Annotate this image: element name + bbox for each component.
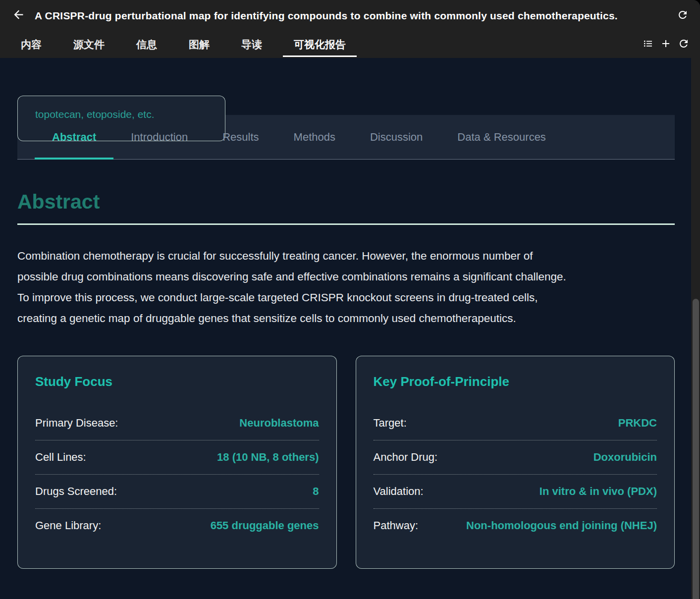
plus-icon xyxy=(660,38,672,52)
active-tab-underline xyxy=(283,55,357,57)
nav-tab-label: 图解 xyxy=(189,38,210,52)
summary-cards: Study Focus Primary Disease: Neuroblasto… xyxy=(17,356,675,569)
scrollbar-thumb[interactable] xyxy=(693,299,699,599)
nav-tab-guide[interactable]: 导读 xyxy=(230,31,273,58)
nav-reload-button[interactable] xyxy=(676,37,691,52)
page-title: Abstract xyxy=(17,189,675,215)
kv-row: Cell Lines: 18 (10 NB, 8 others) xyxy=(35,440,319,475)
kv-value: 655 druggable genes xyxy=(211,519,319,532)
reload-icon xyxy=(677,9,689,23)
kv-label: Gene Library: xyxy=(35,519,101,532)
key-proof-card: Key Proof-of-Principle Target: PRKDC Anc… xyxy=(356,356,675,569)
kv-row: Validation: In vitro & in vivo (PDX) xyxy=(374,475,657,509)
study-focus-card: Study Focus Primary Disease: Neuroblasto… xyxy=(17,356,337,569)
kv-row: Pathway: Non-homologous end joining (NHE… xyxy=(374,509,657,543)
tab-abstract[interactable]: Abstract xyxy=(35,115,113,159)
kv-label: Target: xyxy=(374,417,407,430)
nav-tab-label: 信息 xyxy=(136,38,157,52)
nav-tab-label: 可视化报告 xyxy=(294,38,346,52)
add-button[interactable] xyxy=(658,37,673,52)
title-divider xyxy=(17,223,675,225)
window-titlebar: A CRISPR-drug perturbational map for ide… xyxy=(0,0,700,31)
kv-value: Neuroblastoma xyxy=(239,417,319,430)
kv-value: PRKDC xyxy=(618,417,657,430)
active-section-underline xyxy=(35,158,113,160)
tab-introduction[interactable]: Introduction xyxy=(113,115,205,159)
kv-value: 8 xyxy=(313,485,319,498)
section-tab-label: Data & Resources xyxy=(457,131,546,144)
abstract-paragraph: Combination chemotherapy is crucial for … xyxy=(17,246,572,329)
kv-label: Primary Disease: xyxy=(35,417,118,430)
kv-value: 18 (10 NB, 8 others) xyxy=(217,451,319,464)
nav-tab-label: 源文件 xyxy=(73,38,105,52)
kv-value: In vitro & in vivo (PDX) xyxy=(539,485,657,498)
nav-tab-source-files[interactable]: 源文件 xyxy=(62,31,115,58)
kv-label: Cell Lines: xyxy=(35,451,86,464)
tab-methods[interactable]: Methods xyxy=(276,115,353,159)
tab-results[interactable]: Results xyxy=(205,115,276,159)
kv-row: Gene Library: 655 druggable genes xyxy=(35,509,319,543)
card-title: Key Proof-of-Principle xyxy=(374,374,657,389)
nav-tab-visual-report[interactable]: 可视化报告 xyxy=(283,31,357,58)
kv-label: Validation: xyxy=(374,485,424,498)
kv-row: Target: PRKDC xyxy=(374,406,657,440)
nav-actions xyxy=(641,31,695,58)
report-viewport: topotecan, etoposide, etc. Abstract Intr… xyxy=(0,115,691,599)
kv-label: Pathway: xyxy=(374,519,419,532)
kv-row: Anchor Drug: Doxorubicin xyxy=(374,440,657,475)
nav-tab-label: 导读 xyxy=(241,38,262,52)
reload-icon xyxy=(678,38,690,52)
kv-label: Drugs Screened: xyxy=(35,485,117,498)
nav-tab-content[interactable]: 内容 xyxy=(10,31,53,58)
window-title: A CRISPR-drug perturbational map for ide… xyxy=(35,10,667,22)
kv-row: Primary Disease: Neuroblastoma xyxy=(35,406,319,440)
kv-row: Drugs Screened: 8 xyxy=(35,475,319,509)
section-tab-label: Discussion xyxy=(370,131,423,144)
app-window: A CRISPR-drug perturbational map for ide… xyxy=(0,0,700,599)
scrollbar-track[interactable] xyxy=(691,58,700,599)
tab-discussion[interactable]: Discussion xyxy=(353,115,440,159)
section-tab-label: Results xyxy=(222,131,259,144)
nav-tab-label: 内容 xyxy=(21,38,42,52)
reload-button[interactable] xyxy=(675,8,690,23)
tab-data-resources[interactable]: Data & Resources xyxy=(440,115,563,159)
kv-value: Doxorubicin xyxy=(593,451,657,464)
nav-tab-info[interactable]: 信息 xyxy=(125,31,168,58)
card-title: Study Focus xyxy=(35,374,319,389)
back-button[interactable] xyxy=(10,7,27,24)
list-icon xyxy=(642,38,654,52)
kv-value: Non-homologous end joining (NHEJ) xyxy=(466,519,657,532)
list-view-button[interactable] xyxy=(641,37,655,52)
app-nav: 内容 源文件 信息 图解 导读 可视化报告 xyxy=(0,31,700,58)
kv-label: Anchor Drug: xyxy=(374,451,438,464)
back-arrow-icon xyxy=(12,8,25,23)
section-tab-label: Abstract xyxy=(52,131,96,144)
section-tab-label: Methods xyxy=(294,131,335,144)
section-tab-bar: Abstract Introduction Results Methods Di… xyxy=(17,115,675,160)
section-tab-label: Introduction xyxy=(131,131,188,144)
nav-tab-diagram[interactable]: 图解 xyxy=(178,31,220,58)
